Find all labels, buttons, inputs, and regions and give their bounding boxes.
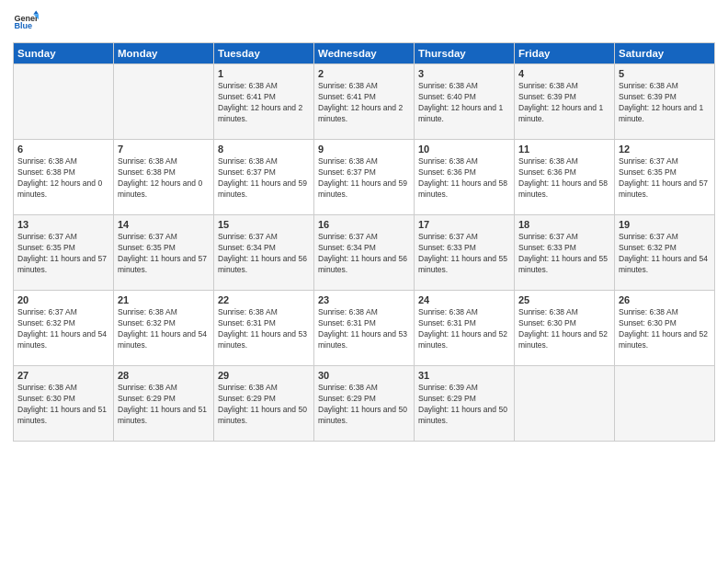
day-info: Sunrise: 6:38 AM Sunset: 6:41 PM Dayligh… (318, 81, 410, 125)
day-info: Sunrise: 6:38 AM Sunset: 6:37 PM Dayligh… (218, 156, 310, 201)
calendar-cell: 11Sunrise: 6:38 AM Sunset: 6:36 PM Dayli… (515, 140, 615, 215)
day-info: Sunrise: 6:39 AM Sunset: 6:29 PM Dayligh… (418, 383, 510, 427)
day-info: Sunrise: 6:38 AM Sunset: 6:29 PM Dayligh… (318, 383, 410, 427)
day-number: 8 (218, 144, 310, 155)
day-number: 18 (518, 219, 610, 230)
calendar-cell: 8Sunrise: 6:38 AM Sunset: 6:37 PM Daylig… (214, 140, 314, 215)
day-info: Sunrise: 6:37 AM Sunset: 6:32 PM Dayligh… (17, 307, 109, 351)
calendar-week-1: 1Sunrise: 6:38 AM Sunset: 6:41 PM Daylig… (14, 64, 715, 140)
calendar-week-3: 13Sunrise: 6:37 AM Sunset: 6:35 PM Dayli… (14, 215, 715, 291)
calendar-cell: 22Sunrise: 6:38 AM Sunset: 6:31 PM Dayli… (214, 291, 314, 366)
day-info: Sunrise: 6:37 AM Sunset: 6:33 PM Dayligh… (518, 232, 610, 276)
calendar-week-4: 20Sunrise: 6:37 AM Sunset: 6:32 PM Dayli… (14, 291, 715, 366)
calendar-cell: 2Sunrise: 6:38 AM Sunset: 6:41 PM Daylig… (314, 64, 415, 140)
day-info: Sunrise: 6:38 AM Sunset: 6:30 PM Dayligh… (619, 307, 711, 351)
calendar-cell: 3Sunrise: 6:38 AM Sunset: 6:40 PM Daylig… (415, 64, 515, 140)
day-number: 31 (418, 370, 510, 381)
calendar-cell: 26Sunrise: 6:38 AM Sunset: 6:30 PM Dayli… (615, 291, 715, 366)
day-number: 4 (518, 68, 610, 79)
day-info: Sunrise: 6:37 AM Sunset: 6:35 PM Dayligh… (17, 232, 109, 276)
day-number: 13 (17, 219, 109, 230)
day-info: Sunrise: 6:38 AM Sunset: 6:31 PM Dayligh… (218, 307, 310, 351)
calendar-cell: 24Sunrise: 6:38 AM Sunset: 6:31 PM Dayli… (415, 291, 515, 366)
calendar-header-tuesday: Tuesday (214, 43, 314, 64)
day-info: Sunrise: 6:38 AM Sunset: 6:29 PM Dayligh… (218, 383, 310, 427)
calendar-cell: 1Sunrise: 6:38 AM Sunset: 6:41 PM Daylig… (214, 64, 314, 140)
day-number: 21 (118, 294, 210, 305)
calendar-cell (615, 366, 715, 442)
calendar-cell: 6Sunrise: 6:38 AM Sunset: 6:38 PM Daylig… (14, 140, 114, 215)
calendar-cell: 13Sunrise: 6:37 AM Sunset: 6:35 PM Dayli… (14, 215, 114, 291)
calendar-cell: 20Sunrise: 6:37 AM Sunset: 6:32 PM Dayli… (14, 291, 114, 366)
day-info: Sunrise: 6:38 AM Sunset: 6:41 PM Dayligh… (218, 81, 310, 125)
day-info: Sunrise: 6:38 AM Sunset: 6:37 PM Dayligh… (318, 156, 410, 201)
calendar-cell: 17Sunrise: 6:37 AM Sunset: 6:33 PM Dayli… (415, 215, 515, 291)
day-info: Sunrise: 6:38 AM Sunset: 6:36 PM Dayligh… (418, 156, 510, 201)
day-number: 24 (418, 294, 510, 305)
calendar-week-2: 6Sunrise: 6:38 AM Sunset: 6:38 PM Daylig… (14, 140, 715, 215)
calendar-cell: 7Sunrise: 6:38 AM Sunset: 6:38 PM Daylig… (114, 140, 214, 215)
day-info: Sunrise: 6:38 AM Sunset: 6:29 PM Dayligh… (118, 383, 210, 427)
day-number: 11 (518, 144, 610, 155)
calendar-cell: 18Sunrise: 6:37 AM Sunset: 6:33 PM Dayli… (515, 215, 615, 291)
calendar-cell: 23Sunrise: 6:38 AM Sunset: 6:31 PM Dayli… (314, 291, 415, 366)
calendar-cell: 21Sunrise: 6:38 AM Sunset: 6:32 PM Dayli… (114, 291, 214, 366)
day-number: 10 (418, 144, 510, 155)
calendar-header-sunday: Sunday (14, 43, 114, 64)
day-info: Sunrise: 6:38 AM Sunset: 6:31 PM Dayligh… (418, 307, 510, 351)
calendar-cell: 19Sunrise: 6:37 AM Sunset: 6:32 PM Dayli… (615, 215, 715, 291)
day-info: Sunrise: 6:38 AM Sunset: 6:30 PM Dayligh… (17, 383, 109, 427)
svg-text:Blue: Blue (14, 21, 32, 30)
day-number: 26 (619, 294, 711, 305)
day-number: 22 (218, 294, 310, 305)
day-number: 6 (17, 144, 109, 155)
day-number: 14 (118, 219, 210, 230)
day-info: Sunrise: 6:38 AM Sunset: 6:39 PM Dayligh… (619, 81, 711, 125)
calendar-cell: 30Sunrise: 6:38 AM Sunset: 6:29 PM Dayli… (314, 366, 415, 442)
day-number: 23 (318, 294, 410, 305)
calendar-cell: 14Sunrise: 6:37 AM Sunset: 6:35 PM Dayli… (114, 215, 214, 291)
day-info: Sunrise: 6:38 AM Sunset: 6:38 PM Dayligh… (17, 156, 109, 201)
day-number: 3 (418, 68, 510, 79)
day-number: 25 (518, 294, 610, 305)
day-number: 15 (218, 219, 310, 230)
calendar-cell: 5Sunrise: 6:38 AM Sunset: 6:39 PM Daylig… (615, 64, 715, 140)
calendar-cell: 25Sunrise: 6:38 AM Sunset: 6:30 PM Dayli… (515, 291, 615, 366)
calendar-cell: 27Sunrise: 6:38 AM Sunset: 6:30 PM Dayli… (14, 366, 114, 442)
calendar-header-friday: Friday (515, 43, 615, 64)
calendar-week-5: 27Sunrise: 6:38 AM Sunset: 6:30 PM Dayli… (14, 366, 715, 442)
day-number: 1 (218, 68, 310, 79)
day-info: Sunrise: 6:38 AM Sunset: 6:38 PM Dayligh… (118, 156, 210, 201)
day-number: 29 (218, 370, 310, 381)
day-info: Sunrise: 6:38 AM Sunset: 6:36 PM Dayligh… (518, 156, 610, 201)
calendar-header-wednesday: Wednesday (314, 43, 415, 64)
day-number: 7 (118, 144, 210, 155)
day-number: 12 (619, 144, 711, 155)
day-info: Sunrise: 6:37 AM Sunset: 6:35 PM Dayligh… (619, 156, 711, 201)
calendar-cell: 10Sunrise: 6:38 AM Sunset: 6:36 PM Dayli… (415, 140, 515, 215)
calendar-cell: 12Sunrise: 6:37 AM Sunset: 6:35 PM Dayli… (615, 140, 715, 215)
day-number: 9 (318, 144, 410, 155)
calendar-cell: 4Sunrise: 6:38 AM Sunset: 6:39 PM Daylig… (515, 64, 615, 140)
calendar-cell: 16Sunrise: 6:37 AM Sunset: 6:34 PM Dayli… (314, 215, 415, 291)
calendar-table: SundayMondayTuesdayWednesdayThursdayFrid… (13, 42, 715, 442)
day-info: Sunrise: 6:37 AM Sunset: 6:33 PM Dayligh… (418, 232, 510, 276)
calendar-cell: 29Sunrise: 6:38 AM Sunset: 6:29 PM Dayli… (214, 366, 314, 442)
day-number: 2 (318, 68, 410, 79)
day-number: 5 (619, 68, 711, 79)
calendar-cell: 31Sunrise: 6:39 AM Sunset: 6:29 PM Dayli… (415, 366, 515, 442)
day-info: Sunrise: 6:37 AM Sunset: 6:34 PM Dayligh… (318, 232, 410, 276)
day-info: Sunrise: 6:38 AM Sunset: 6:32 PM Dayligh… (118, 307, 210, 351)
calendar-cell (515, 366, 615, 442)
day-info: Sunrise: 6:37 AM Sunset: 6:35 PM Dayligh… (118, 232, 210, 276)
day-number: 20 (17, 294, 109, 305)
day-info: Sunrise: 6:37 AM Sunset: 6:34 PM Dayligh… (218, 232, 310, 276)
logo: General Blue (13, 9, 39, 35)
logo-icon: General Blue (13, 9, 39, 35)
day-info: Sunrise: 6:37 AM Sunset: 6:32 PM Dayligh… (619, 232, 711, 276)
calendar-header-saturday: Saturday (615, 43, 715, 64)
day-info: Sunrise: 6:38 AM Sunset: 6:39 PM Dayligh… (518, 81, 610, 125)
day-number: 28 (118, 370, 210, 381)
calendar-cell: 15Sunrise: 6:37 AM Sunset: 6:34 PM Dayli… (214, 215, 314, 291)
svg-marker-2 (33, 10, 39, 14)
